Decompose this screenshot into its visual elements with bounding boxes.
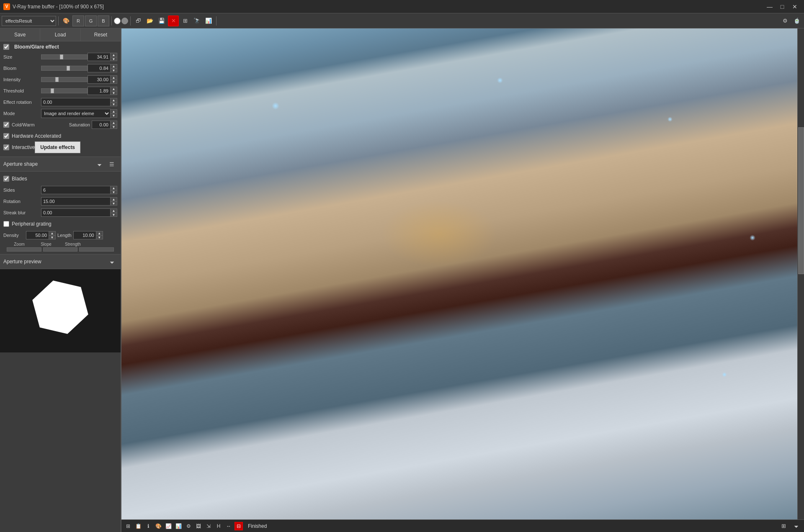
blades-checkbox[interactable] — [3, 176, 9, 182]
mode-select[interactable]: Image and render eleme Image only Render… — [41, 109, 111, 118]
right-area: ⊞ 📋 ℹ 🎨 📈 📊 ⚙ 🖼 ⇲ H ↔ ⊟ Finished ⊞ 🞃 — [121, 28, 804, 532]
toolbar-separator — [58, 16, 59, 26]
vertical-scrollbar[interactable] — [797, 28, 804, 519]
density-spinner: ▲ ▼ — [49, 231, 56, 239]
length-spin-down[interactable]: ▼ — [96, 235, 103, 239]
stop-icon[interactable]: ✕ — [168, 15, 179, 26]
peripheral-grating-label: Peripheral grating — [12, 221, 52, 227]
hue-icon[interactable]: 🎨 — [61, 15, 72, 26]
b-channel-button[interactable]: B — [98, 15, 109, 26]
bloom-slider[interactable] — [41, 66, 88, 71]
density-spin-down[interactable]: ▼ — [49, 235, 56, 239]
save-icon[interactable]: 💾 — [156, 15, 167, 26]
streak-blur-input[interactable] — [41, 208, 111, 217]
sides-spin-down[interactable]: ▼ — [111, 190, 117, 194]
status-bar: ⊞ 📋 ℹ 🎨 📈 📊 ⚙ 🖼 ⇲ H ↔ ⊟ Finished ⊞ 🞃 — [121, 519, 804, 532]
teapot-icon[interactable]: 🍵 — [791, 15, 802, 26]
minimize-button[interactable]: ― — [764, 1, 776, 13]
threshold-spin-up[interactable]: ▲ — [111, 87, 117, 91]
aperture-shape-section: Blades Sides ▲ ▼ Rotation ▲ — [0, 172, 121, 254]
render-channel-dropdown[interactable]: effectsResult — [2, 16, 56, 26]
saturation-spin-up[interactable]: ▲ — [111, 121, 117, 125]
bloom-input[interactable] — [88, 64, 111, 72]
mode-spin-down[interactable]: ▼ — [111, 113, 117, 118]
r-channel-button[interactable]: R — [72, 15, 84, 26]
effect-rotation-spin-up[interactable]: ▲ — [111, 98, 117, 102]
saturation-spin-down[interactable]: ▼ — [111, 125, 117, 129]
length-input[interactable] — [73, 231, 96, 239]
length-spin-up[interactable]: ▲ — [96, 231, 103, 235]
size-spinner[interactable]: ▲ ▼ — [111, 53, 117, 61]
bloom-spin-up[interactable]: ▲ — [111, 64, 117, 68]
effect-rotation-input[interactable] — [41, 98, 111, 106]
sides-input[interactable] — [41, 186, 111, 194]
status-right: ⊞ 🞃 — [778, 521, 801, 532]
bloom-spin-down[interactable]: ▼ — [111, 68, 117, 72]
size-input[interactable] — [88, 53, 111, 61]
peripheral-grating-row: Peripheral grating — [3, 219, 117, 229]
size-spin-down[interactable]: ▼ — [111, 57, 117, 61]
threshold-slider[interactable] — [41, 88, 88, 93]
scroll-thumb[interactable] — [798, 127, 804, 275]
streak-blur-spin-up[interactable]: ▲ — [111, 208, 117, 213]
rotation-spin-down[interactable]: ▼ — [111, 201, 117, 206]
window-controls: ― □ ✕ — [764, 1, 801, 13]
mode-spin-up[interactable]: ▲ — [111, 109, 117, 113]
threshold-spin-down[interactable]: ▼ — [111, 91, 117, 95]
cold-warm-checkbox[interactable] — [3, 122, 9, 128]
sides-row: Sides ▲ ▼ — [3, 185, 117, 195]
peripheral-grating-checkbox[interactable] — [3, 221, 9, 227]
reset-button[interactable]: Reset — [81, 28, 121, 41]
layers-icon[interactable]: 🗗 — [133, 15, 144, 26]
intensity-slider[interactable] — [41, 77, 88, 82]
status-expand-icon[interactable]: ⊞ — [778, 521, 789, 532]
menu-aperture-icon[interactable]: ☰ — [106, 159, 117, 170]
hw-accelerated-checkbox[interactable] — [3, 133, 9, 139]
g-channel-button[interactable]: G — [85, 15, 97, 26]
strength-label: Strength — [60, 242, 85, 247]
size-slider[interactable] — [41, 54, 88, 59]
size-label: Size — [3, 54, 41, 59]
slope-slider[interactable] — [43, 247, 78, 252]
saturation-input[interactable] — [92, 121, 111, 129]
rotation-spin-up[interactable]: ▲ — [111, 197, 117, 201]
threshold-input[interactable] — [88, 87, 111, 95]
intensity-spin-down[interactable]: ▼ — [111, 80, 117, 84]
stop-render-icon[interactable]: ⊟ — [234, 522, 243, 530]
collapse-aperture-icon[interactable]: 🞃 — [94, 159, 105, 170]
status-icon-2: 📋 — [134, 522, 142, 530]
density-input[interactable] — [26, 231, 49, 239]
save-button[interactable]: Save — [0, 28, 40, 41]
render-region-icon[interactable]: ⊞ — [180, 15, 191, 26]
close-button[interactable]: ✕ — [789, 1, 801, 13]
maximize-button[interactable]: □ — [776, 1, 788, 13]
settings-icon[interactable]: ⚙ — [780, 15, 791, 26]
folder-open-icon[interactable]: 📂 — [144, 15, 155, 26]
streak-blur-spin-down[interactable]: ▼ — [111, 213, 117, 217]
toolbar-separator-2 — [111, 16, 112, 26]
aperture-preview-header: Aperture preview 🞃 — [0, 254, 121, 269]
status-icon-8: 🖼 — [194, 522, 203, 530]
rotation-row: Rotation ▲ ▼ — [3, 197, 117, 206]
sides-spin-up[interactable]: ▲ — [111, 186, 117, 190]
intensity-input[interactable] — [88, 75, 111, 84]
bloom-glare-checkbox[interactable] — [3, 44, 9, 50]
density-spin-up[interactable]: ▲ — [49, 231, 56, 235]
status-menu-icon[interactable]: 🞃 — [791, 521, 801, 532]
strength-slider[interactable] — [79, 247, 114, 252]
mode-row: Mode Image and render eleme Image only R… — [3, 109, 117, 118]
interactive-checkbox[interactable] — [3, 144, 9, 150]
update-effects-button[interactable]: Update effects — [35, 141, 80, 153]
collapse-preview-icon[interactable]: 🞃 — [106, 256, 117, 267]
effect-rotation-spin-down[interactable]: ▼ — [111, 102, 117, 106]
status-icon-3: ℹ — [144, 522, 152, 530]
status-icon-9: ⇲ — [204, 522, 213, 530]
zoom-slider[interactable] — [7, 247, 41, 252]
intensity-spin-up[interactable]: ▲ — [111, 75, 117, 80]
lens-icon[interactable]: 🔭 — [191, 15, 202, 26]
hw-accelerated-label: Hardware Accelerated — [12, 133, 61, 139]
rotation-input[interactable] — [41, 197, 111, 206]
load-button[interactable]: Load — [40, 28, 80, 41]
size-spin-up[interactable]: ▲ — [111, 53, 117, 57]
histogram-icon[interactable]: 📊 — [203, 15, 214, 26]
